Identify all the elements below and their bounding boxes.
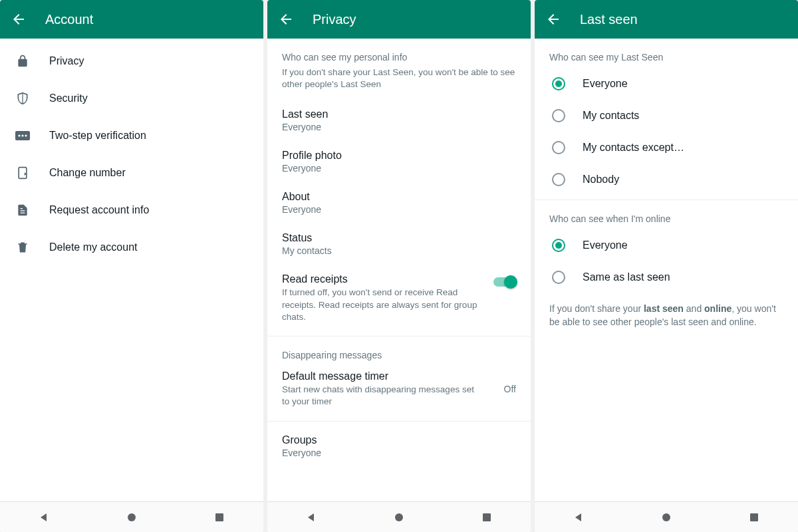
footnote-text: and xyxy=(684,303,704,314)
svg-point-9 xyxy=(662,513,670,521)
svg-rect-10 xyxy=(750,513,758,521)
privacy-item-read-receipts[interactable]: Read receipts If turned off, you won't s… xyxy=(267,265,531,332)
priv-title: Last seen xyxy=(282,108,516,120)
shield-icon xyxy=(15,90,31,106)
square-icon xyxy=(482,513,491,522)
account-list: Privacy Security Two-step verification C… xyxy=(0,39,263,501)
privacy-list: Who can see my personal info If you don'… xyxy=(267,39,531,501)
svg-point-5 xyxy=(128,513,136,521)
account-item-request-info[interactable]: Request account info xyxy=(0,192,263,229)
nav-recents-button[interactable] xyxy=(212,510,227,525)
radio-option-online-everyone[interactable]: Everyone xyxy=(535,229,798,261)
appbar-privacy: Privacy xyxy=(267,0,531,39)
privacy-item-last-seen[interactable]: Last seen Everyone xyxy=(267,100,531,141)
back-button[interactable] xyxy=(278,11,294,27)
privacy-item-groups[interactable]: Groups Everyone xyxy=(267,426,531,467)
radio-icon xyxy=(552,173,565,186)
appbar-account: Account xyxy=(0,0,263,39)
last-seen-screen: Last seen Who can see my Last Seen Every… xyxy=(535,0,798,532)
radio-option-everyone[interactable]: Everyone xyxy=(535,68,798,100)
toggle-thumb xyxy=(504,275,517,289)
nav-home-button[interactable] xyxy=(392,510,406,525)
radio-label: Same as last seen xyxy=(583,271,670,283)
android-navbar xyxy=(267,501,531,532)
privacy-item-status[interactable]: Status My contacts xyxy=(267,223,531,265)
account-item-label: Privacy xyxy=(49,55,84,67)
radio-option-my-contacts[interactable]: My contacts xyxy=(535,100,798,132)
priv-title: Groups xyxy=(282,434,516,446)
arrow-left-icon xyxy=(278,11,294,27)
appbar-title: Account xyxy=(45,12,93,27)
radio-label: Everyone xyxy=(583,78,628,90)
square-icon xyxy=(749,513,759,522)
appbar-title: Privacy xyxy=(313,12,356,27)
account-item-privacy[interactable]: Privacy xyxy=(0,43,263,80)
priv-value: Off xyxy=(504,384,516,394)
svg-point-2 xyxy=(21,134,23,136)
svg-rect-8 xyxy=(483,513,491,521)
priv-desc: Start new chats with disappearing messag… xyxy=(282,384,516,408)
account-item-label: Change number xyxy=(49,167,126,179)
footnote-bold: online xyxy=(704,303,732,314)
last-seen-list: Who can see my Last Seen Everyone My con… xyxy=(535,39,798,501)
nav-back-button[interactable] xyxy=(37,510,51,525)
sim-icon xyxy=(15,165,31,181)
radio-label: Everyone xyxy=(583,239,628,251)
radio-option-online-same-as-last-seen[interactable]: Same as last seen xyxy=(535,261,798,293)
account-item-security[interactable]: Security xyxy=(0,80,263,117)
account-item-label: Security xyxy=(49,92,88,104)
arrow-left-icon xyxy=(11,11,27,27)
svg-point-1 xyxy=(18,134,20,136)
nav-home-button[interactable] xyxy=(124,510,139,525)
pin-icon xyxy=(15,128,31,144)
nav-recents-button[interactable] xyxy=(747,510,761,525)
triangle-left-icon xyxy=(39,512,49,523)
priv-value: Everyone xyxy=(282,448,516,458)
radio-icon xyxy=(552,271,565,284)
section-header-disappearing: Disappearing messages xyxy=(267,340,531,362)
radio-option-my-contacts-except[interactable]: My contacts except… xyxy=(535,132,798,164)
back-button[interactable] xyxy=(545,11,561,27)
appbar-title: Last seen xyxy=(580,12,638,27)
svg-rect-4 xyxy=(19,168,27,179)
privacy-item-about[interactable]: About Everyone xyxy=(267,182,531,223)
account-item-change-number[interactable]: Change number xyxy=(0,154,263,192)
footnote-bold: last seen xyxy=(644,303,684,314)
doc-icon xyxy=(15,202,31,218)
nav-recents-button[interactable] xyxy=(479,510,494,525)
read-receipts-toggle[interactable] xyxy=(493,275,517,289)
privacy-item-default-timer[interactable]: Default message timer Start new chats wi… xyxy=(267,362,531,416)
nav-back-button[interactable] xyxy=(571,510,586,525)
divider xyxy=(267,421,531,422)
circle-icon xyxy=(126,512,137,523)
android-navbar xyxy=(0,501,263,532)
svg-point-3 xyxy=(25,134,27,136)
section-header-online: Who can see when I'm online xyxy=(535,204,798,229)
radio-option-nobody[interactable]: Nobody xyxy=(535,164,798,196)
svg-rect-6 xyxy=(215,513,223,521)
account-item-two-step[interactable]: Two-step verification xyxy=(0,117,263,154)
triangle-left-icon xyxy=(306,512,317,523)
footnote: If you don't share your last seen and on… xyxy=(535,293,798,338)
privacy-screen: Privacy Who can see my personal info If … xyxy=(267,0,531,532)
priv-value: Everyone xyxy=(282,163,516,174)
appbar-last-seen: Last seen xyxy=(535,0,798,39)
priv-desc: If turned off, you won't send or receive… xyxy=(282,287,516,323)
priv-value: Everyone xyxy=(282,204,516,215)
privacy-item-profile-photo[interactable]: Profile photo Everyone xyxy=(267,141,531,182)
section-subtext: If you don't share your Last Seen, you w… xyxy=(267,64,531,100)
section-header-personal-info: Who can see my personal info xyxy=(267,43,531,64)
trash-icon xyxy=(15,239,31,255)
nav-back-button[interactable] xyxy=(304,510,319,525)
radio-icon xyxy=(552,141,565,154)
footnote-text: If you don't share your xyxy=(549,303,644,314)
priv-title: Profile photo xyxy=(282,150,516,162)
account-item-label: Delete my account xyxy=(49,241,138,253)
account-item-label: Two-step verification xyxy=(49,130,146,142)
nav-home-button[interactable] xyxy=(659,510,674,525)
back-button[interactable] xyxy=(11,11,27,27)
account-item-delete[interactable]: Delete my account xyxy=(0,229,263,266)
square-icon xyxy=(215,513,224,522)
account-screen: Account Privacy Security Two-step verifi… xyxy=(0,0,263,532)
radio-label: My contacts except… xyxy=(583,142,684,154)
